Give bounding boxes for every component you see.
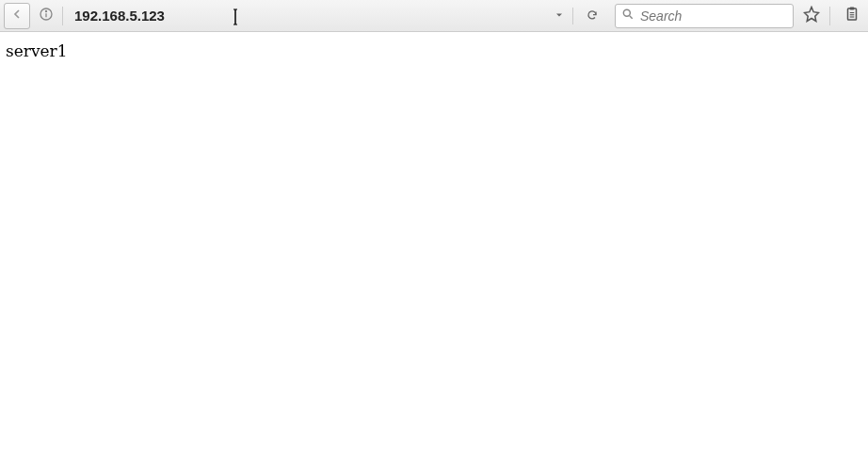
reading-list-button[interactable]: [840, 4, 864, 28]
site-info-button[interactable]: [36, 3, 56, 29]
page-content: server1: [0, 32, 868, 70]
arrow-left-icon: [9, 7, 24, 25]
separator: [572, 8, 573, 25]
svg-rect-5: [848, 8, 857, 20]
history-dropdown-button[interactable]: [550, 7, 569, 25]
star-icon: [803, 6, 820, 25]
back-button[interactable]: [4, 3, 30, 29]
separator: [62, 7, 63, 25]
info-icon: [39, 7, 54, 25]
url-input[interactable]: [74, 8, 546, 24]
address-bar[interactable]: [69, 4, 607, 28]
bookmark-button[interactable]: [799, 4, 824, 28]
svg-line-4: [630, 16, 633, 19]
clipboard-icon: [844, 6, 860, 25]
svg-point-2: [45, 10, 46, 11]
browser-toolbar: [0, 0, 868, 32]
svg-point-3: [623, 9, 630, 16]
search-input[interactable]: [640, 8, 807, 24]
search-icon: [621, 8, 635, 24]
reload-icon: [587, 8, 598, 24]
reload-button[interactable]: [583, 7, 602, 25]
search-box[interactable]: [615, 4, 794, 28]
chevron-down-icon: [554, 8, 565, 24]
separator: [829, 7, 830, 25]
body-text: server1: [6, 41, 68, 60]
svg-rect-6: [850, 8, 855, 10]
